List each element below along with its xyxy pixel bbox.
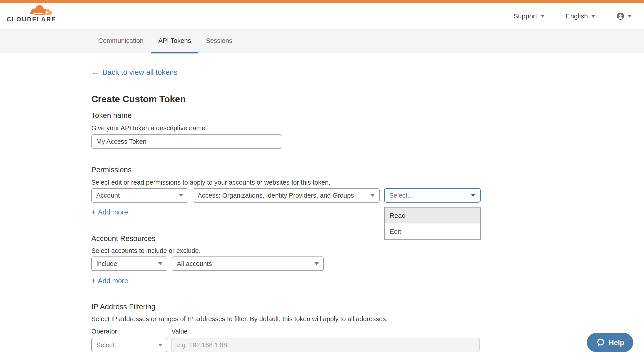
account-resources-mode-select[interactable]: Include <box>91 256 168 271</box>
permission-scope-value: Account <box>96 192 120 199</box>
menu-option-read[interactable]: Read <box>384 208 480 223</box>
chevron-down-icon <box>370 194 375 197</box>
permission-access-placeholder: Select... <box>389 192 413 199</box>
token-name-heading: Token name <box>91 111 554 120</box>
permission-resource-value: Access: Organizations, Identity Provider… <box>198 192 354 199</box>
back-link-label: Back to view all tokens <box>102 68 178 77</box>
permissions-add-more-label: Add more <box>98 208 128 216</box>
page-title: Create Custom Token <box>91 93 554 105</box>
account-resources-add-more-label: Add more <box>98 277 128 285</box>
token-name-description: Give your API token a descriptive name. <box>91 124 554 132</box>
tab-sessions[interactable]: Sessions <box>199 30 240 54</box>
help-button-label: Help <box>609 338 624 347</box>
value-label: Value <box>172 327 188 335</box>
account-resources-row: Include All accounts <box>91 256 554 271</box>
permissions-description: Select edit or read permissions to apply… <box>91 178 554 186</box>
account-resources-description: Select accounts to include or exclude. <box>91 247 554 255</box>
profile-tabs: Communication API Tokens Sessions <box>0 30 644 54</box>
user-avatar-icon <box>616 12 624 20</box>
chevron-down-icon <box>158 344 162 346</box>
account-resources-heading: Account Resources <box>91 234 554 243</box>
tab-communication-label: Communication <box>98 37 144 45</box>
ip-filtering-labels: Operator Value <box>91 327 554 335</box>
menu-option-read-label: Read <box>390 212 406 219</box>
ip-filtering-row: Select... <box>91 338 554 352</box>
permission-access-select[interactable]: Select... Read Edit <box>384 188 481 203</box>
chat-bubble-icon <box>596 338 605 347</box>
account-resources-selection-select[interactable]: All accounts <box>172 256 324 271</box>
support-menu[interactable]: Support <box>514 12 544 20</box>
chevron-down-icon <box>591 15 595 18</box>
chevron-down-icon <box>158 262 162 265</box>
language-menu-label: English <box>566 12 588 20</box>
account-menu[interactable] <box>616 12 632 20</box>
permissions-add-more-button[interactable]: + Add more <box>91 208 128 216</box>
ip-value-input[interactable] <box>172 338 480 352</box>
chevron-down-icon <box>314 262 319 265</box>
arrow-left-icon: ← <box>91 68 100 77</box>
app-header: CLOUDFLARE Support English <box>0 3 644 30</box>
tab-sessions-label: Sessions <box>206 37 232 45</box>
plus-icon: + <box>91 277 96 285</box>
tab-api-tokens[interactable]: API Tokens <box>151 30 198 54</box>
ip-operator-placeholder: Select... <box>96 341 120 349</box>
help-button[interactable]: Help <box>587 333 633 352</box>
plus-icon: + <box>91 208 96 216</box>
account-resources-add-more-button[interactable]: + Add more <box>91 277 128 285</box>
menu-option-edit[interactable]: Edit <box>384 223 480 239</box>
chevron-down-icon <box>471 194 476 197</box>
ip-operator-select[interactable]: Select... <box>91 338 168 352</box>
access-level-dropdown-menu: Read Edit <box>384 207 481 240</box>
chevron-down-icon <box>540 15 544 18</box>
permission-scope-select[interactable]: Account <box>91 188 188 203</box>
menu-option-edit-label: Edit <box>390 228 401 235</box>
chevron-down-icon <box>628 15 632 18</box>
account-resources-selection-value: All accounts <box>177 260 212 267</box>
permissions-heading: Permissions <box>91 165 554 174</box>
top-accent-bar <box>0 0 644 3</box>
permissions-row: Account Access: Organizations, Identity … <box>91 188 554 203</box>
cloudflare-wordmark: CLOUDFLARE <box>7 16 52 23</box>
chevron-down-icon <box>179 194 183 197</box>
support-menu-label: Support <box>514 12 537 20</box>
language-menu[interactable]: English <box>566 12 595 20</box>
cloudflare-logo[interactable]: CLOUDFLARE <box>7 5 52 23</box>
tab-api-tokens-label: API Tokens <box>158 37 191 45</box>
back-to-tokens-link[interactable]: ← Back to view all tokens <box>91 68 178 77</box>
operator-label: Operator <box>91 327 172 335</box>
tab-communication[interactable]: Communication <box>91 30 150 54</box>
cloudflare-cloud-icon <box>30 5 52 16</box>
main-content: ← Back to view all tokens Create Custom … <box>91 54 554 352</box>
account-resources-mode-value: Include <box>96 260 117 267</box>
ip-filtering-description: Select IP addresses or ranges of IP addr… <box>91 315 554 323</box>
ip-filtering-heading: IP Address Filtering <box>91 302 554 311</box>
token-name-input[interactable] <box>91 134 282 149</box>
header-menu: Support English <box>514 3 632 30</box>
permission-resource-select[interactable]: Access: Organizations, Identity Provider… <box>193 188 380 203</box>
